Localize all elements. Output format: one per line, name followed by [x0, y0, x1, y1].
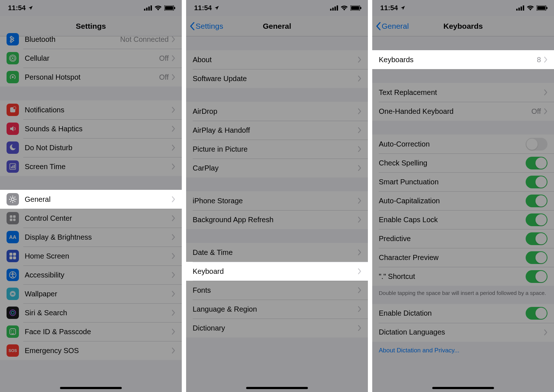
list-row[interactable]: SOSEmergency SOS: [0, 341, 182, 360]
list-row[interactable]: CellularOff: [0, 49, 182, 68]
svg-rect-36: [334, 7, 336, 11]
home-indicator[interactable]: [432, 387, 494, 389]
home-indicator[interactable]: [60, 387, 122, 389]
svg-rect-18: [10, 219, 12, 221]
chevron-right-icon: [172, 234, 175, 240]
signal-icon: [516, 5, 524, 11]
list-row[interactable]: Background App Refresh: [186, 210, 368, 229]
list-row[interactable]: General: [0, 190, 182, 209]
status-icons: [516, 5, 547, 11]
battery-icon: [164, 5, 175, 11]
list-row[interactable]: Accessibility: [0, 265, 182, 284]
toggle-switch[interactable]: [526, 195, 547, 207]
back-button[interactable]: Settings: [190, 22, 223, 31]
list-row[interactable]: iPhone Storage: [186, 191, 368, 210]
list-row[interactable]: Home Screen: [0, 247, 182, 265]
list-row[interactable]: Software Update: [186, 69, 368, 88]
list-row[interactable]: Dictation Languages: [372, 323, 554, 342]
sos-icon: SOS: [7, 344, 19, 357]
list-row[interactable]: One-Handed KeyboardOff: [372, 102, 554, 121]
list-row[interactable]: AirPlay & Handoff: [186, 121, 368, 140]
status-time: 11:54: [8, 4, 33, 12]
toggle-switch[interactable]: [526, 176, 547, 188]
svg-rect-42: [518, 8, 520, 11]
svg-point-28: [10, 310, 16, 316]
cellular-icon: [7, 52, 19, 64]
chevron-right-icon: [544, 57, 547, 63]
row-label: Enable Dictation: [379, 309, 526, 317]
list-row[interactable]: Text Replacement: [372, 83, 554, 102]
chevron-right-icon: [172, 348, 175, 353]
svg-point-32: [13, 331, 14, 331]
list-row[interactable]: Siri & Search: [0, 303, 182, 322]
row-label: Wallpaper: [25, 290, 172, 298]
chevron-right-icon: [358, 57, 361, 63]
list-row[interactable]: Screen Time: [0, 157, 182, 176]
toggle-switch[interactable]: [526, 138, 547, 151]
list-row: Smart Punctuation: [372, 172, 554, 191]
toggle-switch[interactable]: [526, 232, 547, 245]
toggle-switch[interactable]: [526, 213, 547, 226]
svg-rect-14: [14, 165, 15, 168]
row-label: Auto-Correction: [379, 140, 526, 148]
chevron-right-icon: [172, 196, 175, 202]
chevron-right-icon: [172, 126, 175, 132]
row-label: Cellular: [25, 54, 159, 63]
list-row[interactable]: BluetoothNot Connected: [0, 30, 182, 49]
notifications-icon: [7, 104, 19, 116]
wifi-icon: [527, 5, 534, 11]
chevron-right-icon: [544, 329, 547, 335]
list-row[interactable]: Sounds & Haptics: [0, 119, 182, 138]
row-label: Text Replacement: [379, 88, 544, 97]
list-row[interactable]: Keyboard: [186, 262, 368, 281]
list-row[interactable]: Control Center: [0, 209, 182, 228]
list-row[interactable]: Do Not Disturb: [0, 138, 182, 157]
svg-rect-34: [330, 9, 332, 11]
chevron-right-icon: [358, 76, 361, 81]
chevron-right-icon: [172, 272, 175, 278]
chevron-right-icon: [172, 74, 175, 80]
list-row[interactable]: CarPlay: [186, 159, 368, 177]
list-row[interactable]: Date & Time: [186, 243, 368, 262]
list-row[interactable]: About: [186, 50, 368, 69]
list-row: Character Preview: [372, 248, 554, 267]
home-indicator[interactable]: [246, 387, 308, 389]
dictation-privacy-link[interactable]: About Dictation and Privacy...: [372, 342, 554, 354]
list-row[interactable]: Picture in Picture: [186, 140, 368, 159]
chevron-right-icon: [358, 146, 361, 152]
svg-rect-43: [521, 7, 522, 11]
row-detail: Off: [159, 73, 169, 81]
toggle-switch[interactable]: [526, 270, 547, 283]
row-label: About: [193, 56, 358, 64]
list-row[interactable]: Fonts: [186, 281, 368, 300]
list-row[interactable]: Face ID & Passcode: [0, 322, 182, 341]
toggle-switch[interactable]: [526, 251, 547, 264]
list-row[interactable]: AADisplay & Brightness: [0, 228, 182, 247]
list-row[interactable]: Wallpaper: [0, 284, 182, 303]
svg-rect-13: [12, 165, 13, 168]
wallpaper-icon: [7, 288, 19, 300]
list-row: Auto-Correction: [372, 135, 554, 153]
svg-rect-5: [165, 6, 173, 10]
row-label: Sounds & Haptics: [25, 125, 172, 133]
list-row[interactable]: Personal HotspotOff: [0, 68, 182, 87]
toggle-switch[interactable]: [526, 157, 547, 169]
row-label: Siri & Search: [25, 309, 172, 317]
back-button[interactable]: General: [376, 22, 409, 31]
toggle-switch[interactable]: [526, 307, 547, 320]
row-label: Personal Hotspot: [25, 73, 159, 81]
svg-text:AA: AA: [9, 234, 16, 240]
list-row[interactable]: Keyboards8: [372, 50, 554, 69]
chevron-right-icon: [544, 89, 547, 95]
row-label: Notifications: [25, 106, 172, 114]
list-row[interactable]: Notifications: [0, 100, 182, 119]
list-row[interactable]: AirDrop: [186, 102, 368, 121]
display-icon: AA: [7, 231, 19, 243]
list-row[interactable]: Language & Region: [186, 300, 368, 319]
signal-icon: [330, 5, 338, 11]
row-label: Enable Caps Lock: [379, 216, 526, 224]
list-row[interactable]: Dictionary: [186, 319, 368, 337]
svg-rect-12: [11, 167, 12, 168]
svg-rect-37: [337, 5, 338, 11]
svg-rect-3: [150, 5, 152, 11]
